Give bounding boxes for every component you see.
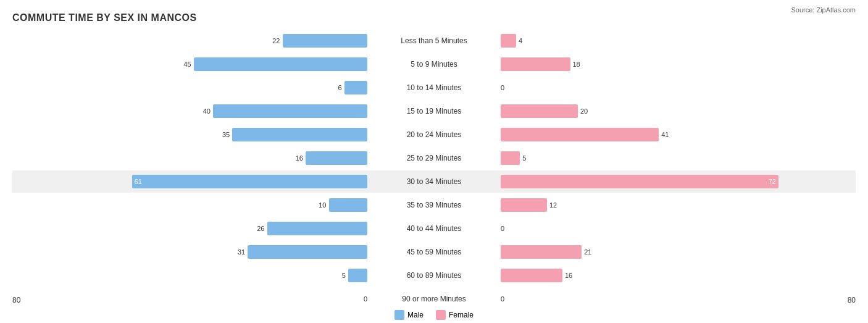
axis-right-label: 80 [848,296,856,304]
male-bar: 40 [213,104,367,118]
female-bar-section: 21 [496,241,856,263]
female-value: 21 [584,248,591,256]
female-bar-section: 20 [496,100,856,122]
male-value: 26 [257,225,264,232]
table-row: 610 to 14 Minutes0 [12,77,856,99]
male-value: 0 [364,295,367,303]
female-value: 16 [565,272,572,279]
male-value: 10 [319,201,326,209]
male-bar: 61 [132,175,367,188]
female-value: 5 [522,154,526,162]
chart-container: COMMUTE TIME BY SEX IN MANCOS Source: Zi… [0,0,868,323]
row-label: 45 to 59 Minutes [372,248,496,256]
female-bar-section: 41 [496,124,856,146]
male-bar-section: 40 [12,100,372,122]
legend: Male Female [394,310,474,320]
table-row: 2640 to 44 Minutes0 [12,217,856,240]
male-bar: 45 [194,57,367,71]
table-row: 090 or more Minutes0 [12,288,856,310]
male-bar-section: 10 [12,194,372,216]
table-row: 455 to 9 Minutes18 [12,53,856,75]
female-bar-section: 18 [496,53,856,75]
female-value: 0 [501,84,504,91]
male-value: 40 [203,107,211,115]
table-row: 3520 to 24 Minutes41 [12,124,856,146]
male-value: 35 [222,131,230,138]
male-bar: 10 [329,198,368,212]
row-label: 60 to 89 Minutes [372,271,496,280]
male-bar-section: 35 [12,124,372,146]
male-value: 5 [342,272,346,279]
table-row: 6130 to 34 Minutes72 [12,170,856,193]
female-value: 0 [501,225,504,232]
female-value: 18 [573,61,580,68]
table-row: 4015 to 19 Minutes20 [12,100,856,122]
table-row: 1035 to 39 Minutes12 [12,194,856,216]
row-label: 40 to 44 Minutes [372,224,496,233]
male-bar-section: 61 [12,170,372,193]
table-row: 22Less than 5 Minutes4 [12,30,856,52]
female-bar-section: 0 [496,288,856,310]
male-bar-section: 0 [12,288,372,310]
row-label: 90 or more Minutes [372,295,496,303]
male-bar-section: 6 [12,77,372,99]
female-bar: 72 [501,175,778,188]
female-value: 4 [519,37,522,44]
female-bar-section: 0 [496,77,856,99]
female-value: 72 [769,178,776,185]
female-bar: 20 [501,104,578,118]
female-value: 12 [549,201,557,209]
row-label: 25 to 29 Minutes [372,154,496,162]
female-bar-section: 4 [496,30,856,52]
male-bar: 35 [232,128,367,141]
female-value: 41 [661,131,669,138]
row-label: Less than 5 Minutes [372,36,496,45]
table-row: 1625 to 29 Minutes5 [12,147,856,169]
chart-title: COMMUTE TIME BY SEX IN MANCOS [12,12,856,23]
female-bar-section: 72 [496,170,856,193]
female-bar-section: 12 [496,194,856,216]
legend-male-box [394,310,404,320]
female-bar-section: 16 [496,264,856,287]
female-bar: 12 [501,198,547,212]
legend-female-box [436,310,446,320]
row-label: 35 to 39 Minutes [372,201,496,209]
male-value: 16 [296,154,303,162]
male-bar-section: 45 [12,53,372,75]
female-value: 20 [580,107,588,115]
female-bar: 16 [501,269,562,282]
female-bar-section: 0 [496,217,856,240]
male-bar: 6 [344,81,368,94]
male-value: 45 [184,61,191,68]
male-bar: 22 [283,34,368,48]
chart-area: 22Less than 5 Minutes4455 to 9 Minutes18… [12,30,856,272]
male-bar-section: 31 [12,241,372,263]
female-bar: 41 [501,128,659,141]
female-bar: 5 [501,151,520,165]
male-bar: 31 [248,245,367,259]
male-value: 61 [135,178,142,185]
male-bar-section: 22 [12,30,372,52]
table-row: 3145 to 59 Minutes21 [12,241,856,263]
row-label: 15 to 19 Minutes [372,107,496,115]
table-row: 560 to 89 Minutes16 [12,264,856,287]
male-value: 6 [338,84,341,91]
source-label: Source: ZipAtlas.com [791,6,856,14]
male-bar-section: 5 [12,264,372,287]
female-bar: 4 [501,34,516,48]
row-label: 30 to 34 Minutes [372,177,496,186]
row-label: 5 to 9 Minutes [372,60,496,69]
female-bar-section: 5 [496,147,856,169]
male-value: 31 [238,248,245,256]
legend-female-label: Female [449,311,474,319]
male-bar: 26 [267,222,368,235]
male-bar-section: 16 [12,147,372,169]
female-value: 0 [501,295,504,303]
female-bar: 21 [501,245,582,259]
legend-male: Male [394,310,424,320]
row-label: 10 to 14 Minutes [372,83,496,92]
row-label: 20 to 24 Minutes [372,130,496,139]
male-bar-section: 26 [12,217,372,240]
male-value: 22 [272,37,280,44]
female-bar: 18 [501,57,570,71]
